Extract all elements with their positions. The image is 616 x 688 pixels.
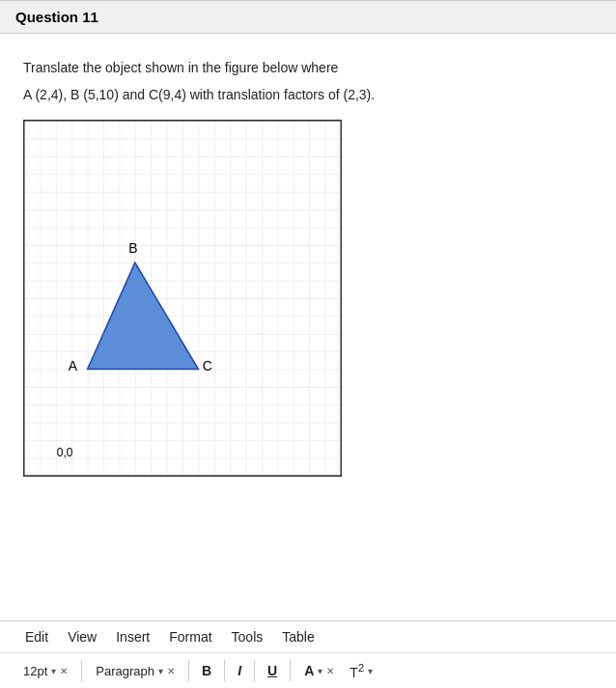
divider-5 [290, 660, 291, 681]
font-color-selector[interactable]: A ▾ ✕ [296, 659, 342, 682]
paragraph-chevron: ▾ [158, 666, 163, 676]
bottom-toolbar: Edit View Insert Format Tools Table 12pt… [0, 620, 616, 688]
font-size-selector[interactable]: 12pt ▾ ✕ [15, 660, 75, 682]
question-text: Translate the object shown in the figure… [23, 57, 593, 106]
italic-button[interactable]: I [231, 660, 248, 681]
formatting-bar: 12pt ▾ ✕ Paragraph ▾ ✕ B I U A ▾ ✕ T2 ▾ [0, 653, 616, 688]
menu-view[interactable]: View [58, 625, 106, 648]
superscript-chevron: ▾ [368, 666, 373, 676]
divider-2 [188, 660, 189, 681]
question-line1: Translate the object shown in the figure… [23, 57, 593, 78]
menu-insert[interactable]: Insert [106, 625, 159, 648]
graph-container: A B C 0,0 [23, 120, 342, 477]
font-size-x: ✕ [60, 666, 68, 676]
divider-3 [224, 660, 225, 681]
font-color-chevron: ▾ [318, 666, 322, 676]
paragraph-x: ✕ [167, 666, 175, 676]
menu-bar: Edit View Insert Format Tools Table [0, 621, 616, 653]
label-a: A [69, 357, 78, 372]
question-line2: A (2,4), B (5,10) and C(9,4) with transl… [23, 84, 593, 105]
menu-tools[interactable]: Tools [222, 625, 273, 648]
bold-button[interactable]: B [195, 660, 218, 681]
menu-edit[interactable]: Edit [15, 625, 58, 648]
font-color-x: ✕ [326, 666, 334, 676]
font-size-chevron: ▾ [51, 666, 56, 676]
menu-format[interactable]: Format [159, 625, 221, 648]
graph-svg: A B C 0,0 [24, 121, 341, 476]
font-color-label: A [304, 663, 314, 678]
menu-table[interactable]: Table [272, 625, 323, 648]
divider-4 [254, 660, 255, 681]
question-header: Question 11 [0, 0, 616, 34]
svg-rect-0 [24, 121, 341, 476]
underline-button[interactable]: U [261, 660, 284, 681]
superscript-label: T2 [350, 661, 364, 680]
content-area: Translate the object shown in the figure… [0, 34, 616, 620]
font-size-value: 12pt [23, 664, 47, 678]
label-c: C [203, 357, 212, 372]
superscript-selector[interactable]: T2 ▾ [342, 657, 380, 684]
graph-grid: A B C 0,0 [23, 120, 342, 477]
question-title: Question 11 [15, 9, 98, 25]
paragraph-selector[interactable]: Paragraph ▾ ✕ [88, 660, 182, 682]
divider-1 [81, 660, 82, 681]
paragraph-label: Paragraph [96, 664, 154, 678]
label-b: B [128, 240, 137, 256]
origin-label: 0,0 [57, 446, 73, 459]
